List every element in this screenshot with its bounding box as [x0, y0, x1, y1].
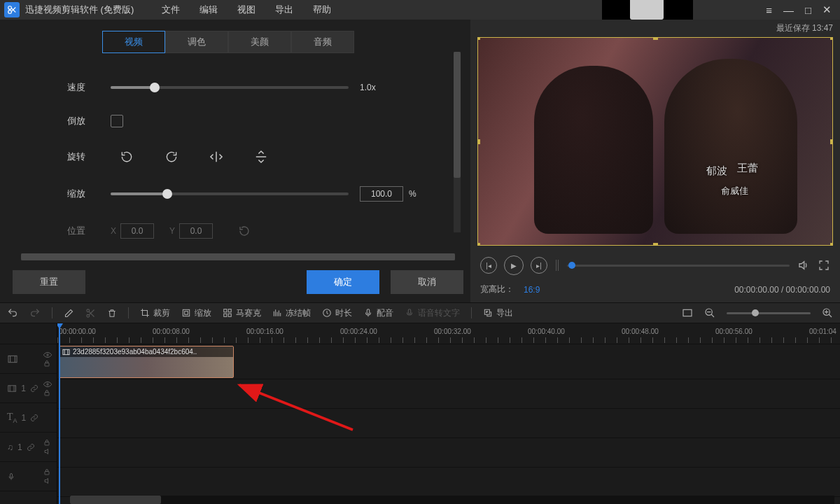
panel-vscrollbar[interactable] [454, 52, 461, 232]
tool-dub[interactable]: 配音 [363, 307, 393, 319]
app-title: 迅捷视频剪辑软件 (免费版) [25, 4, 134, 16]
aspect-label: 宽高比： [480, 284, 514, 295]
menu-edit[interactable]: 编辑 [190, 0, 227, 20]
tab-beauty[interactable]: 美颜 [228, 31, 291, 53]
zoom-slider[interactable] [727, 312, 811, 314]
link-icon[interactable] [27, 443, 35, 451]
link-icon[interactable] [30, 384, 38, 393]
rotate-cw-icon[interactable] [155, 148, 188, 165]
svg-rect-6 [224, 309, 227, 312]
scale-slider[interactable] [111, 192, 349, 195]
timecode: 00:00:00.00 / 00:00:00.00 [734, 285, 830, 295]
track-head-mic[interactable] [0, 462, 57, 491]
audio-track[interactable] [57, 438, 840, 468]
redo-icon[interactable] [29, 307, 41, 318]
video-track-1[interactable]: 23d2885f3203e93ab04ba0434f2bc604.. [57, 344, 840, 379]
minimize-icon[interactable]: — [783, 4, 794, 16]
seek-slider[interactable] [567, 265, 790, 267]
tool-mosaic[interactable]: 马赛克 [223, 307, 261, 319]
link-icon[interactable] [30, 414, 38, 422]
menu-view[interactable]: 视图 [227, 0, 265, 20]
volume-icon[interactable] [797, 259, 811, 272]
reset-position-icon[interactable] [228, 223, 260, 239]
tool-stt[interactable]: 语音转文字 [405, 307, 460, 319]
video-track-2[interactable] [57, 379, 840, 409]
tool-scale[interactable]: 缩放 [181, 307, 211, 319]
play-button[interactable]: ▶ [504, 255, 524, 275]
track-head-text[interactable]: TA 1 [0, 403, 57, 433]
flip-horizontal-icon[interactable] [200, 148, 232, 165]
tracks-area[interactable]: 00:00:00.00 00:00:08.00 00:00:16.00 00:0… [57, 323, 840, 504]
menu-help[interactable]: 帮助 [303, 0, 341, 20]
svg-point-3 [87, 314, 90, 317]
text-track[interactable] [57, 409, 840, 438]
tool-export[interactable]: 导出 [483, 307, 513, 319]
undo-icon[interactable] [7, 307, 18, 318]
close-icon[interactable]: ✕ [822, 4, 832, 16]
preview-canvas[interactable]: 郁波 王蕾 俞威佳 策划 [477, 37, 833, 246]
maximize-icon[interactable]: □ [805, 4, 811, 16]
app-logo [4, 2, 20, 18]
film-icon [7, 354, 18, 364]
menu-export[interactable]: 导出 [265, 0, 303, 20]
zoom-in-icon[interactable] [822, 307, 833, 318]
fullscreen-icon[interactable] [818, 259, 830, 272]
pos-y-value[interactable]: 0.0 [179, 223, 213, 239]
preview-pane: 最近保存 13:47 郁波 王蕾 俞威佳 策划 |◂ ▶ ▸| 宽高比： 16:… [470, 20, 840, 302]
svg-rect-11 [367, 309, 370, 314]
edit-icon[interactable] [64, 308, 74, 318]
mic-track[interactable] [57, 468, 840, 497]
hamburger-icon[interactable]: ≡ [766, 4, 772, 16]
next-frame-button[interactable]: ▸| [531, 257, 547, 274]
speed-slider[interactable] [111, 86, 349, 89]
rotate-ccw-icon[interactable] [111, 148, 143, 165]
timeline-hscrollbar[interactable] [70, 496, 834, 504]
svg-rect-19 [8, 385, 16, 391]
timeline: 1 TA 1 ♫ 1 00:00:00.00 00:00:08.00 00:00… [0, 323, 840, 504]
track-head-audio[interactable]: ♫ 1 [0, 433, 57, 462]
clip-film-icon [62, 349, 70, 356]
time-ruler[interactable]: 00:00:00.00 00:00:08.00 00:00:16.00 00:0… [57, 323, 840, 344]
reverse-checkbox[interactable] [111, 115, 123, 127]
svg-point-1 [8, 10, 12, 14]
pos-x-value[interactable]: 0.0 [120, 223, 154, 239]
svg-rect-4 [183, 309, 189, 316]
tab-audio[interactable]: 音频 [291, 31, 354, 53]
cancel-button[interactable]: 取消 [391, 270, 463, 294]
timeline-clip[interactable]: 23d2885f3203e93ab04ba0434f2bc604.. [59, 346, 234, 378]
svg-rect-12 [408, 309, 411, 314]
rotate-label: 旋转 [67, 150, 111, 163]
film-icon [7, 384, 17, 393]
fit-icon[interactable] [682, 308, 693, 318]
svg-rect-21 [45, 392, 49, 396]
cut-icon[interactable] [85, 308, 96, 318]
track-head-video2[interactable]: 1 [0, 374, 57, 403]
aspect-value[interactable]: 16:9 [524, 285, 540, 295]
position-row: 位置 X 0.0 Y 0.0 [67, 223, 463, 239]
position-label: 位置 [67, 225, 111, 237]
track-headers: 1 TA 1 ♫ 1 [0, 323, 57, 504]
tab-color[interactable]: 调色 [165, 31, 228, 53]
preview-figure-right [664, 59, 797, 234]
credit-1: 郁波 [706, 164, 727, 178]
zoom-out-icon[interactable] [704, 307, 715, 318]
clip-name: 23d2885f3203e93ab04ba0434f2bc604.. [73, 348, 197, 356]
reverse-label: 倒放 [67, 115, 111, 127]
ok-button[interactable]: 确定 [307, 270, 379, 294]
track-head-video[interactable] [0, 344, 57, 374]
delete-icon[interactable] [107, 308, 117, 318]
tool-duration[interactable]: 时长 [322, 307, 352, 319]
panel-hscrollbar[interactable] [21, 253, 455, 260]
last-save-label: 最近保存 13:47 [470, 20, 840, 36]
tab-video[interactable]: 视频 [102, 31, 165, 53]
credit-2: 王蕾 [737, 162, 758, 175]
reset-button[interactable]: 重置 [13, 270, 85, 294]
stop-icon[interactable] [556, 260, 559, 271]
prev-frame-button[interactable]: |◂ [480, 257, 497, 274]
flip-vertical-icon[interactable] [245, 148, 277, 165]
menu-file[interactable]: 文件 [152, 0, 190, 20]
playhead[interactable] [59, 323, 60, 504]
scale-value[interactable]: 100.0 [360, 186, 403, 202]
tool-crop[interactable]: 裁剪 [140, 307, 170, 319]
tool-freeze[interactable]: 冻结帧 [272, 307, 311, 319]
